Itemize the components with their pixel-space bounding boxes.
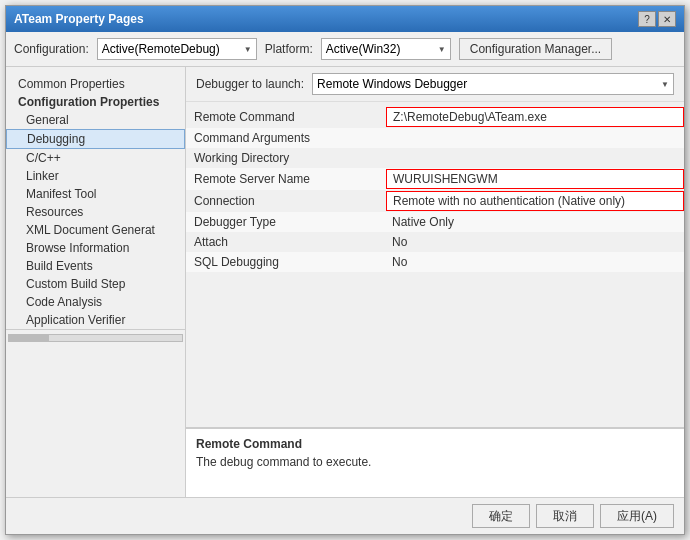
config-manager-button[interactable]: Configuration Manager... xyxy=(459,38,612,60)
prop-name-connection: Connection xyxy=(186,192,386,210)
left-panel-scrollbar[interactable] xyxy=(6,329,185,345)
prop-value-attach: No xyxy=(386,233,684,251)
dialog: ATeam Property Pages ? ✕ Configuration: … xyxy=(5,5,685,535)
sidebar-item-xml-doc[interactable]: XML Document Generat xyxy=(6,221,185,239)
ok-button[interactable]: 确定 xyxy=(472,504,530,528)
cancel-button[interactable]: 取消 xyxy=(536,504,594,528)
config-value: Active(RemoteDebug) xyxy=(102,42,220,56)
sidebar-item-app-verifier[interactable]: Application Verifier xyxy=(6,311,185,329)
footer: 确定 取消 应用(A) xyxy=(6,497,684,534)
configuration-dropdown[interactable]: Active(RemoteDebug) ▼ xyxy=(97,38,257,60)
sidebar-item-debugging[interactable]: Debugging xyxy=(6,129,185,149)
table-row: Attach No xyxy=(186,232,684,252)
debugger-label: Debugger to launch: xyxy=(196,77,304,91)
prop-name-sql-debugging: SQL Debugging xyxy=(186,253,386,271)
prop-name-working-dir: Working Directory xyxy=(186,149,386,167)
prop-value-debugger-type: Native Only xyxy=(386,213,684,231)
prop-name-command-args: Command Arguments xyxy=(186,129,386,147)
sidebar-item-browse-info[interactable]: Browse Information xyxy=(6,239,185,257)
title-bar-buttons: ? ✕ xyxy=(638,11,676,27)
sidebar-item-general[interactable]: General xyxy=(6,111,185,129)
prop-value-working-dir[interactable] xyxy=(386,156,684,160)
prop-name-debugger-type: Debugger Type xyxy=(186,213,386,231)
table-row: Command Arguments xyxy=(186,128,684,148)
sidebar-item-resources[interactable]: Resources xyxy=(6,203,185,221)
bottom-info-title: Remote Command xyxy=(196,437,674,451)
config-label: Configuration: xyxy=(14,42,89,56)
config-dropdown-arrow: ▼ xyxy=(244,45,252,54)
dialog-title: ATeam Property Pages xyxy=(14,12,144,26)
apply-button[interactable]: 应用(A) xyxy=(600,504,674,528)
debugger-dropdown[interactable]: Remote Windows Debugger ▼ xyxy=(312,73,674,95)
table-row: Working Directory xyxy=(186,148,684,168)
bottom-info-description: The debug command to execute. xyxy=(196,455,674,469)
sidebar-item-manifest-tool[interactable]: Manifest Tool xyxy=(6,185,185,203)
prop-value-remote-command[interactable]: Z:\RemoteDebug\ATeam.exe xyxy=(386,107,684,127)
table-row: Remote Server Name WURUISHENGWM xyxy=(186,168,684,190)
prop-name-remote-command: Remote Command xyxy=(186,108,386,126)
platform-label: Platform: xyxy=(265,42,313,56)
prop-value-command-args[interactable] xyxy=(386,136,684,140)
sidebar-item-code-analysis[interactable]: Code Analysis xyxy=(6,293,185,311)
platform-dropdown-arrow: ▼ xyxy=(438,45,446,54)
sidebar-item-build-events[interactable]: Build Events xyxy=(6,257,185,275)
debugger-dropdown-arrow: ▼ xyxy=(661,80,669,89)
table-row: Remote Command Z:\RemoteDebug\ATeam.exe xyxy=(186,106,684,128)
toolbar: Configuration: Active(RemoteDebug) ▼ Pla… xyxy=(6,32,684,67)
debugger-value: Remote Windows Debugger xyxy=(317,77,467,91)
title-bar: ATeam Property Pages ? ✕ xyxy=(6,6,684,32)
bottom-info: Remote Command The debug command to exec… xyxy=(186,427,684,497)
debugger-row: Debugger to launch: Remote Windows Debug… xyxy=(186,67,684,102)
platform-dropdown[interactable]: Active(Win32) ▼ xyxy=(321,38,451,60)
prop-name-attach: Attach xyxy=(186,233,386,251)
platform-value: Active(Win32) xyxy=(326,42,401,56)
close-button[interactable]: ✕ xyxy=(658,11,676,27)
sidebar-item-common-props[interactable]: Common Properties xyxy=(6,75,185,93)
sidebar-item-linker[interactable]: Linker xyxy=(6,167,185,185)
table-row: Connection Remote with no authentication… xyxy=(186,190,684,212)
properties-table: Remote Command Z:\RemoteDebug\ATeam.exe … xyxy=(186,102,684,427)
sidebar-item-cpp[interactable]: C/C++ xyxy=(6,149,185,167)
prop-value-sql-debugging: No xyxy=(386,253,684,271)
sidebar-item-custom-build[interactable]: Custom Build Step xyxy=(6,275,185,293)
table-row: SQL Debugging No xyxy=(186,252,684,272)
sidebar-item-config-props[interactable]: Configuration Properties xyxy=(6,93,185,111)
prop-value-remote-server[interactable]: WURUISHENGWM xyxy=(386,169,684,189)
help-button[interactable]: ? xyxy=(638,11,656,27)
right-panel: Debugger to launch: Remote Windows Debug… xyxy=(186,67,684,497)
left-panel: Common Properties Configuration Properti… xyxy=(6,67,186,497)
main-content: Common Properties Configuration Properti… xyxy=(6,67,684,497)
prop-value-connection[interactable]: Remote with no authentication (Native on… xyxy=(386,191,684,211)
table-row: Debugger Type Native Only xyxy=(186,212,684,232)
prop-name-remote-server: Remote Server Name xyxy=(186,170,386,188)
